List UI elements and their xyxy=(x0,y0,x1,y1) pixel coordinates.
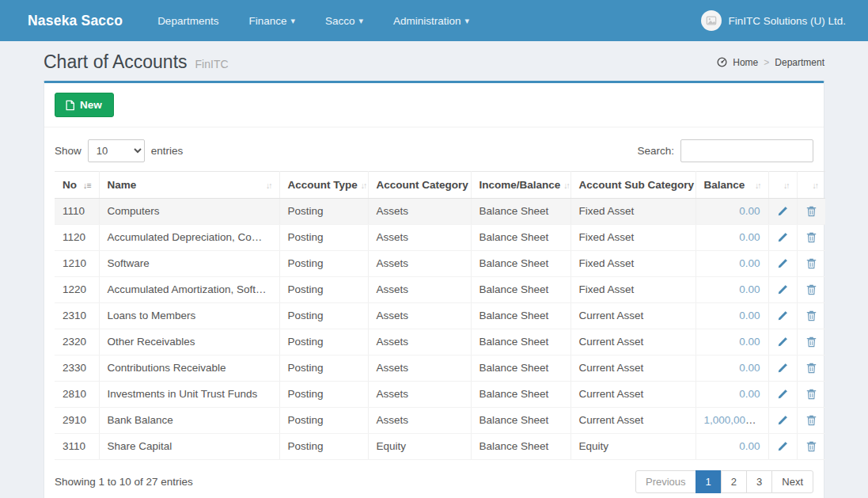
balance-link[interactable]: 0.00 xyxy=(739,205,760,217)
trash-button[interactable] xyxy=(803,230,820,245)
trash-button[interactable] xyxy=(803,309,820,323)
edit-button[interactable] xyxy=(774,387,791,401)
edit-button[interactable] xyxy=(774,204,791,219)
balance-link[interactable]: 0.00 xyxy=(739,310,760,321)
cell-no: 1120 xyxy=(55,225,99,251)
trash-button[interactable] xyxy=(803,257,820,271)
cell-edit xyxy=(768,329,797,355)
edit-button[interactable] xyxy=(774,230,791,245)
nav-item-sacco[interactable]: Sacco ▾ xyxy=(325,15,363,27)
dashboard-icon xyxy=(717,57,727,67)
balance-link[interactable]: 0.00 xyxy=(739,257,760,269)
cell-account-sub-category: Equity xyxy=(570,434,696,460)
file-icon xyxy=(65,100,75,111)
table-row: 1210 Software Posting Assets Balance She… xyxy=(55,251,825,277)
nav-item-finance[interactable]: Finance ▾ xyxy=(248,15,295,27)
cell-income-balance: Balance Sheet xyxy=(471,199,570,225)
cell-name: Accumulated Depreciation, Computers xyxy=(99,225,279,251)
nav-item-administration[interactable]: Administration ▾ xyxy=(393,15,469,27)
cell-edit xyxy=(768,303,797,329)
balance-link[interactable]: 0.00 xyxy=(739,440,760,452)
balance-link[interactable]: 0.00 xyxy=(739,336,760,348)
edit-button[interactable] xyxy=(774,413,791,428)
cell-account-category: Assets xyxy=(368,199,471,225)
cell-edit xyxy=(768,408,797,434)
breadcrumb-home[interactable]: Home xyxy=(733,57,758,68)
edit-button[interactable] xyxy=(774,335,791,349)
table-controls: Show 10 entries Search: xyxy=(44,127,824,171)
trash-button[interactable] xyxy=(803,387,820,401)
trash-button[interactable] xyxy=(803,283,820,297)
search-label: Search: xyxy=(637,145,674,157)
trash-button[interactable] xyxy=(803,361,820,375)
column-header-no[interactable]: No ↓≡ xyxy=(55,172,99,199)
balance-link[interactable]: 0.00 xyxy=(739,388,760,400)
cell-name: Bank Balance xyxy=(99,408,279,434)
balance-link[interactable]: 0.00 xyxy=(739,362,760,374)
cell-account-type: Posting xyxy=(279,277,368,303)
sort-amount-asc-icon: ↓≡ xyxy=(83,181,92,190)
pagination-page-3[interactable]: 3 xyxy=(746,470,772,493)
edit-button[interactable] xyxy=(774,309,791,323)
cell-income-balance: Balance Sheet xyxy=(471,225,570,251)
column-header-name[interactable]: Name ↓↑ xyxy=(99,172,279,199)
pagination-page-1[interactable]: 1 xyxy=(696,470,722,493)
pencil-icon xyxy=(777,258,788,269)
trash-icon xyxy=(806,310,817,321)
pencil-icon xyxy=(777,206,788,217)
cell-balance: 0.00 xyxy=(696,303,768,329)
column-label: Account Type xyxy=(288,179,358,191)
pagination-next[interactable]: Next xyxy=(771,470,813,493)
cell-delete xyxy=(797,199,825,225)
page-size-select[interactable]: 10 xyxy=(88,139,145,162)
cell-account-sub-category: Fixed Asset xyxy=(570,199,696,225)
edit-button[interactable] xyxy=(774,361,791,375)
trash-button[interactable] xyxy=(803,204,820,219)
column-header-edit[interactable]: ↓↑ xyxy=(768,172,797,199)
trash-button[interactable] xyxy=(803,439,820,454)
column-header-delete[interactable]: ↓↑ xyxy=(797,172,825,199)
brand[interactable]: Naseka Sacco xyxy=(28,13,123,29)
nav-items: Departments Finance ▾ Sacco ▾ Administra… xyxy=(157,15,701,27)
pagination-previous[interactable]: Previous xyxy=(635,470,696,493)
cell-delete xyxy=(797,225,825,251)
pencil-icon xyxy=(777,441,788,452)
column-label: No xyxy=(63,179,77,191)
cell-balance: 0.00 xyxy=(696,277,768,303)
user-menu[interactable]: FinITC Solutions (U) Ltd. xyxy=(701,10,846,31)
balance-link[interactable]: 1,000,000.00 xyxy=(704,414,767,426)
page-subtitle: FinITC xyxy=(195,58,229,70)
trash-button[interactable] xyxy=(803,413,820,428)
cell-delete xyxy=(797,303,825,329)
trash-icon xyxy=(806,336,817,348)
column-header-balance[interactable]: Balance ↓↑ xyxy=(696,172,768,199)
sort-icon: ↓↑ xyxy=(783,181,790,190)
trash-button[interactable] xyxy=(803,335,820,349)
sort-icon: ↓↑ xyxy=(563,181,570,190)
new-button-label: New xyxy=(80,99,102,111)
column-label: Account Category xyxy=(377,179,468,191)
cell-name: Loans to Members xyxy=(99,303,279,329)
balance-link[interactable]: 0.00 xyxy=(739,283,760,295)
search-control: Search: xyxy=(637,139,813,162)
column-header-account-type[interactable]: Account Type ↓↑ xyxy=(279,172,368,199)
cell-balance: 0.00 xyxy=(696,329,768,355)
column-header-account-sub-category[interactable]: Account Sub Category ↓↑ xyxy=(570,172,696,199)
new-button[interactable]: New xyxy=(55,93,114,117)
nav-item-departments[interactable]: Departments xyxy=(157,15,218,27)
edit-button[interactable] xyxy=(774,283,791,297)
breadcrumb-separator: > xyxy=(764,57,769,68)
search-input[interactable] xyxy=(680,139,813,162)
cell-account-category: Assets xyxy=(368,329,471,355)
pencil-icon xyxy=(777,363,788,374)
balance-link[interactable]: 0.00 xyxy=(739,231,760,243)
page-length-control: Show 10 entries xyxy=(55,139,183,162)
breadcrumb-current: Department xyxy=(775,57,824,68)
column-header-income-balance[interactable]: Income/Balance ↓↑ xyxy=(471,172,570,199)
pagination-page-2[interactable]: 2 xyxy=(721,470,747,493)
edit-button[interactable] xyxy=(774,257,791,271)
cell-account-sub-category: Current Asset xyxy=(570,303,696,329)
cell-balance: 0.00 xyxy=(696,199,768,225)
edit-button[interactable] xyxy=(774,439,791,454)
column-header-account-category[interactable]: Account Category ↓↑ xyxy=(368,172,471,199)
